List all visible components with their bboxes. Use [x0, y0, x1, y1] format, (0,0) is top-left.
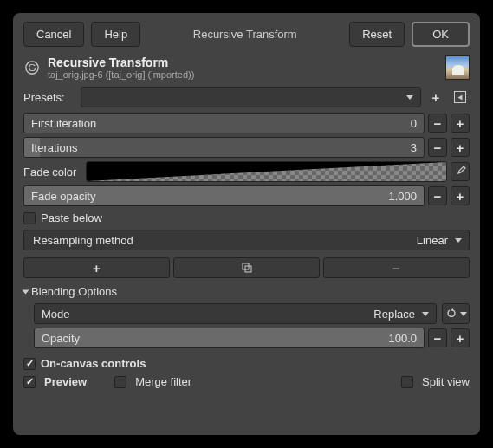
preview-checkbox[interactable] — [23, 376, 36, 388]
blending-options-header[interactable]: Blending Options — [23, 285, 470, 298]
iterations-decrement[interactable]: − — [428, 138, 447, 157]
ok-button[interactable]: OK — [412, 22, 470, 47]
help-button[interactable]: Help — [91, 22, 140, 47]
split-view-checkbox[interactable] — [401, 376, 413, 388]
presets-label: Presets: — [23, 91, 75, 104]
merge-filter-label: Merge filter — [135, 375, 191, 388]
on-canvas-checkbox[interactable] — [23, 358, 36, 370]
opacity-row: Opacity100.0 − + — [34, 328, 470, 348]
paste-below-label: Paste below — [41, 211, 102, 224]
first-iteration-decrement[interactable]: − — [428, 114, 447, 133]
presets-row: Presets: + — [23, 87, 470, 107]
cancel-button[interactable]: Cancel — [23, 22, 84, 47]
paste-below-row: Paste below — [23, 211, 470, 224]
on-canvas-row: On-canvas controls — [23, 357, 470, 370]
fade-color-field[interactable] — [86, 161, 447, 182]
top-button-bar: Cancel Help Recursive Transform Reset OK — [23, 22, 470, 47]
first-iteration-field[interactable]: First iteration0 — [23, 113, 425, 133]
dialog: Cancel Help Recursive Transform Reset OK… — [13, 13, 480, 435]
iterations-row: Iterations3 − + — [23, 137, 470, 158]
reset-button[interactable]: Reset — [349, 22, 405, 47]
mode-swap-button[interactable] — [442, 303, 470, 324]
fade-opacity-row: Fade opacity1.000 − + — [23, 185, 470, 206]
opacity-decrement[interactable]: − — [428, 328, 447, 347]
first-iteration-row: First iteration0 − + — [23, 113, 470, 133]
presets-add-button[interactable]: + — [426, 88, 445, 107]
filter-title: Recursive Transform — [48, 55, 438, 69]
duplicate-transform-button[interactable] — [173, 257, 320, 278]
opacity-field[interactable]: Opacity100.0 — [34, 328, 425, 348]
filter-subtitle: taj_orig.jpg-6 ([taj_orig] (imported)) — [48, 69, 438, 80]
bottom-options: Preview Merge filter Split view — [23, 375, 470, 388]
fade-color-label: Fade color — [23, 166, 82, 179]
fade-opacity-field[interactable]: Fade opacity1.000 — [23, 185, 425, 206]
fade-opacity-increment: + — [451, 186, 470, 205]
svg-text:G: G — [28, 62, 36, 73]
iterations-field[interactable]: Iterations3 — [23, 137, 425, 158]
split-view-label: Split view — [422, 375, 470, 388]
filter-header: G Recursive Transform taj_orig.jpg-6 ([t… — [23, 55, 470, 80]
on-canvas-label: On-canvas controls — [41, 357, 146, 370]
transform-buttons: + − — [23, 257, 470, 278]
remove-transform-button[interactable]: − — [323, 257, 470, 278]
resampling-dropdown[interactable]: Resampling method Linear — [23, 230, 470, 250]
merge-filter-checkbox[interactable] — [114, 376, 126, 388]
fade-opacity-decrement[interactable]: − — [428, 186, 447, 205]
mode-dropdown[interactable]: Mode Replace — [34, 303, 437, 324]
paste-below-checkbox[interactable] — [23, 212, 36, 224]
opacity-increment: + — [451, 328, 470, 347]
presets-dropdown[interactable] — [81, 87, 421, 107]
first-iteration-increment[interactable]: + — [451, 114, 470, 133]
expand-icon — [23, 289, 29, 294]
dialog-title: Recursive Transform — [147, 28, 342, 41]
fade-color-row: Fade color — [23, 161, 470, 182]
mode-row: Mode Replace — [34, 303, 470, 324]
preview-label: Preview — [44, 375, 87, 388]
presets-save-button[interactable] — [451, 88, 470, 107]
image-thumbnail[interactable] — [445, 55, 470, 80]
iterations-increment[interactable]: + — [451, 138, 470, 157]
add-transform-button[interactable]: + — [23, 257, 170, 278]
gegl-icon: G — [23, 59, 41, 76]
color-picker-button[interactable] — [451, 162, 470, 181]
